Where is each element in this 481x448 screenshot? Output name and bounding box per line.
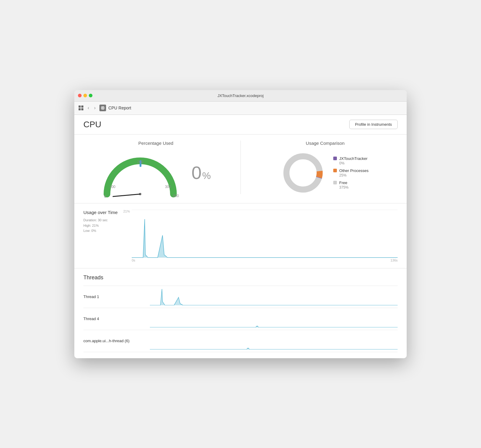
thread6-svg [150, 331, 398, 349]
chart-x-axis: 0s 136s [132, 258, 398, 262]
legend-name-other: Other Processes [339, 168, 369, 173]
x-axis-end: 136s [390, 258, 398, 262]
toolbar-title: CPU Report [108, 106, 131, 110]
gauge-chart: 100 200 300 400 0 [101, 152, 179, 194]
legend-value-jxtouchtracker: 0% [333, 161, 369, 165]
threads-section: Threads Thread 1 Thread 4 [74, 268, 407, 358]
minimize-button[interactable] [83, 94, 87, 97]
table-row: Thread 1 [83, 286, 398, 308]
profile-instruments-button[interactable]: Profile in Instruments [349, 120, 398, 129]
legend-value-other: 25% [333, 173, 369, 177]
thread-chart-1 [150, 286, 398, 308]
legend-name-jxtouchtracker: JXTouchTracker [339, 156, 367, 161]
uot-stats: Duration: 30 sec High: 21% Low: 0% [83, 218, 126, 234]
thread-chart-4 [150, 308, 398, 330]
table-row: com.apple.ui...h-thread (6) [83, 330, 398, 352]
legend-dot-other [333, 169, 337, 172]
uot-high: High: 21% [83, 223, 126, 229]
svg-rect-5 [102, 107, 103, 109]
uot-low: Low: 0% [83, 228, 126, 234]
usage-comparison-panel: Usage Comparison [241, 141, 398, 194]
svg-text:300: 300 [165, 185, 171, 189]
svg-text:100: 100 [109, 185, 115, 189]
uot-label: Usage over Time Duration: 30 sec High: 2… [83, 209, 126, 262]
donut-chart [282, 152, 324, 194]
legend-item-jxtouchtracker: JXTouchTracker 0% [333, 156, 369, 165]
usage-comparison-title: Usage Comparison [306, 141, 344, 146]
gauge-svg: 100 200 300 400 0 [101, 152, 179, 200]
maximize-button[interactable] [89, 94, 92, 97]
svg-rect-1 [81, 106, 83, 108]
back-button[interactable]: ‹ [86, 105, 90, 111]
grid-icon[interactable] [78, 105, 84, 111]
svg-rect-3 [81, 108, 83, 110]
page-title: CPU [83, 120, 101, 129]
legend-dot-free [333, 181, 337, 184]
legend-value-free: 375% [333, 185, 369, 190]
donut-legend: JXTouchTracker 0% Other Processes 25% [333, 156, 369, 190]
uot-title: Usage over Time [83, 209, 126, 216]
y-axis-max-label: 21% [123, 209, 130, 213]
svg-text:400: 400 [173, 194, 179, 198]
thread-chart-6 [150, 330, 398, 352]
forward-button[interactable]: › [93, 105, 97, 111]
svg-rect-2 [79, 108, 81, 110]
cpu-report-icon [99, 105, 106, 111]
cpu-header: CPU Profile in Instruments [74, 115, 407, 135]
uot-duration: Duration: 30 sec [83, 218, 126, 223]
legend-dot-jxtouchtracker [333, 157, 337, 160]
thread-name-4: Thread 4 [83, 308, 150, 330]
close-button[interactable] [78, 94, 82, 97]
toolbar: ‹ › CPU Report [74, 102, 407, 115]
thread-name-6: com.apple.ui...h-thread (6) [83, 330, 150, 352]
svg-line-16 [113, 194, 140, 196]
gauge-value-display: 0 % [192, 162, 211, 183]
svg-text:200: 200 [137, 160, 143, 164]
window-title: JXTouchTracker.xcodeproj [218, 93, 264, 98]
legend-item-free: Free 375% [333, 180, 369, 190]
usage-over-time-section: Usage over Time Duration: 30 sec High: 2… [74, 203, 407, 268]
main-window: JXTouchTracker.xcodeproj ‹ › [74, 90, 407, 358]
donut-area: JXTouchTracker 0% Other Processes 25% [282, 152, 369, 194]
table-row: Thread 4 [83, 308, 398, 330]
thread4-svg [150, 309, 398, 327]
metrics-section: Percentage Used [74, 135, 407, 203]
title-bar: JXTouchTracker.xcodeproj [74, 90, 407, 102]
threads-title: Threads [83, 274, 398, 281]
legend-name-free: Free [339, 180, 347, 185]
thread1-svg [150, 287, 398, 305]
threads-table: Thread 1 Thread 4 [83, 286, 398, 352]
traffic-lights [78, 94, 92, 97]
svg-text:0: 0 [104, 194, 106, 199]
percentage-used-panel: Percentage Used [83, 141, 241, 194]
svg-rect-0 [79, 106, 81, 108]
legend-item-other: Other Processes 25% [333, 168, 369, 177]
gauge-unit: % [202, 170, 211, 181]
content-area: CPU Profile in Instruments Percentage Us… [74, 115, 407, 358]
x-axis-start: 0s [132, 258, 135, 262]
uot-chart-svg [132, 209, 398, 258]
svg-point-25 [290, 160, 316, 186]
uot-chart: 21% 0s 136s [132, 209, 398, 262]
percentage-used-title: Percentage Used [138, 141, 173, 146]
gauge-value: 0 [192, 162, 202, 183]
gauge-area: 100 200 300 400 0 0 % [83, 152, 228, 194]
thread-name-1: Thread 1 [83, 286, 150, 308]
